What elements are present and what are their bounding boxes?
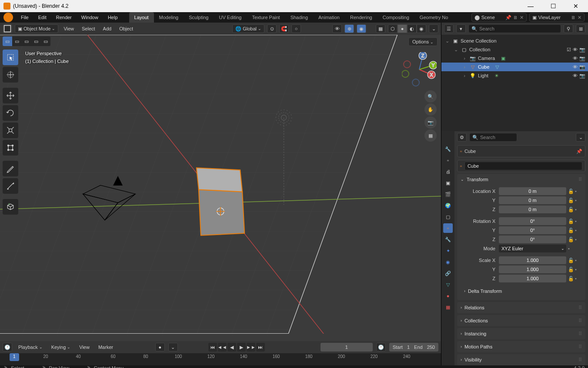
timeline-keying[interactable]: Keying ⌄ (49, 343, 74, 351)
outliner-item-cube[interactable]: › ▽ Cube ▽ 👁📷 (441, 63, 588, 71)
panel-header[interactable]: ›Visibility⠿ (457, 354, 585, 365)
menu-view[interactable]: View (61, 24, 77, 33)
mesh-data-icon[interactable]: ▽ (495, 64, 499, 70)
tab-tool[interactable]: 🔧 (443, 144, 453, 154)
viewport-3d[interactable]: ▭ ▭ ▭ ▭ ▭ + User Perspective (1) Collect… (0, 35, 441, 341)
tab-collection[interactable]: ▢ (443, 212, 453, 222)
drag-icon[interactable]: ⠿ (578, 344, 582, 350)
viewlayer-selector[interactable]: ▣ ViewLayer 🗎 ✕ (529, 13, 585, 22)
lock-icon[interactable]: 🔓 (568, 258, 574, 263)
scene-selector[interactable]: ⬤ Scene 📌 🗎 ✕ (471, 13, 527, 22)
eye-icon[interactable]: 👁 (573, 47, 578, 53)
rotation-z[interactable]: 0° (499, 235, 566, 243)
eye-icon[interactable]: 👁 (573, 56, 578, 61)
rotation-y[interactable]: 0° (499, 226, 566, 234)
eye-icon[interactable]: 👁 (573, 73, 578, 79)
tab-scene[interactable]: 🎬 (443, 189, 453, 199)
workspace-animation[interactable]: Animation (313, 12, 345, 23)
props-search[interactable]: 🔍 Search (469, 133, 517, 142)
proportional-edit[interactable]: ○ (291, 24, 301, 33)
menu-edit[interactable]: Edit (34, 13, 51, 22)
blender-icon[interactable] (3, 13, 13, 22)
chevron-right-icon[interactable]: › (461, 64, 468, 70)
tab-world[interactable]: 🌍 (443, 201, 453, 210)
autokey-toggle[interactable]: ● (155, 343, 165, 351)
new-scene-icon[interactable]: 🗎 (513, 15, 518, 20)
panel-header-transform[interactable]: ⌄ Transform ⠿ (457, 174, 585, 185)
lock-icon[interactable]: 🔓 (568, 198, 574, 203)
props-editor-type[interactable]: ⚙ (457, 133, 467, 142)
overlay-toggle[interactable]: ◉ (357, 24, 366, 33)
workspace-geometry[interactable]: Geometry No (414, 12, 453, 23)
scale-y[interactable]: 1.000 (499, 265, 566, 273)
drag-icon[interactable]: ⠿ (578, 331, 582, 337)
workspace-compositing[interactable]: Compositing (378, 12, 414, 23)
new-viewlayer-icon[interactable]: 🗎 (571, 15, 576, 20)
end-frame[interactable]: 250 (427, 343, 435, 351)
tool-transform[interactable] (3, 140, 18, 156)
timeline-playback[interactable]: Playback ⌄ (16, 343, 45, 351)
lock-icon[interactable]: 🔓 (568, 276, 574, 282)
outliner-item-camera[interactable]: › 📷 Camera ▣ 👁📷 (441, 54, 588, 63)
keyframe-prev-icon[interactable]: ◄◄ (218, 343, 227, 351)
outliner-display-mode[interactable]: ☰ (444, 24, 454, 33)
lock-icon[interactable]: 🔓 (568, 189, 574, 194)
minimize-button[interactable]: — (522, 0, 539, 12)
frame-lock-icon[interactable]: 🕐 (376, 343, 386, 351)
menu-file[interactable]: File (17, 13, 33, 22)
new-collection-icon[interactable]: ⊞ (576, 24, 585, 33)
timeline-track[interactable]: 1 20 40 60 80 100 120 140 160 180 200 22… (0, 353, 441, 365)
gizmo-toggle[interactable]: ⊕ (344, 24, 354, 33)
tab-viewlayer[interactable]: ▣ (443, 178, 453, 188)
pan-icon[interactable]: ✋ (424, 103, 437, 116)
menu-render[interactable]: Render (52, 13, 76, 22)
object-name-input[interactable] (464, 162, 582, 170)
rotation-x[interactable]: 0° (499, 217, 566, 225)
lock-icon[interactable]: 🔓 (568, 228, 574, 233)
timeline-view[interactable]: View (77, 343, 92, 351)
camera-view-icon[interactable]: 📷 (424, 116, 437, 129)
panel-header[interactable]: ›Relations⠿ (457, 302, 585, 313)
outliner-item-light[interactable]: › 💡 Light ☀ 👁📷 (441, 71, 588, 80)
render-icon[interactable]: 📷 (579, 47, 585, 53)
visibility-dropdown[interactable]: 👁 (332, 24, 342, 33)
workspace-rendering[interactable]: Rendering (345, 12, 378, 23)
workspace-layout[interactable]: Layout (129, 12, 154, 23)
location-z[interactable]: 0 m (499, 206, 566, 213)
menu-object[interactable]: Object (117, 24, 136, 33)
play-reverse-icon[interactable]: ◀ (227, 343, 236, 351)
menu-select[interactable]: Select (79, 24, 98, 33)
workspace-sculpting[interactable]: Sculpting (184, 12, 214, 23)
props-options[interactable]: ⌄ (576, 133, 585, 142)
tool-rotate[interactable] (3, 105, 18, 121)
navigation-gizmo[interactable]: X Y Z (402, 52, 437, 87)
tab-constraints[interactable]: 🔗 (443, 269, 453, 278)
menu-help[interactable]: Help (104, 13, 122, 22)
jump-end-icon[interactable]: ⏭ (256, 343, 265, 351)
light-data-icon[interactable]: ☀ (494, 73, 499, 79)
shading-wireframe[interactable]: ⬡ (388, 24, 398, 33)
panel-delta-transform[interactable]: ›Delta Transform (461, 285, 582, 297)
zoom-icon[interactable]: 🔍 (424, 90, 437, 103)
play-icon[interactable]: ▶ (237, 343, 246, 351)
tab-output[interactable]: 🖨 (443, 167, 453, 176)
select-new[interactable]: ▭ (3, 36, 12, 46)
select-intersect[interactable]: ▭ (41, 36, 50, 46)
delete-scene-icon[interactable]: ✕ (520, 15, 524, 20)
timeline-marker[interactable]: Marker (96, 343, 116, 351)
outliner-collection[interactable]: ⌄ ▢ Collection ☑ 👁 📷 (441, 45, 588, 54)
camera-data-icon[interactable]: ▣ (501, 56, 505, 61)
select-invert[interactable]: ▭ (31, 36, 41, 46)
drag-icon[interactable]: ⠿ (578, 177, 582, 182)
outliner-view-dropdown[interactable]: ▾ (456, 24, 466, 33)
tab-render[interactable]: ▫ (443, 156, 453, 165)
shading-rendered[interactable]: ◉ (417, 24, 426, 33)
drag-icon[interactable]: ⠿ (578, 318, 582, 324)
select-extend[interactable]: ▭ (12, 36, 22, 46)
delete-viewlayer-icon[interactable]: ✕ (578, 15, 581, 20)
rotation-mode[interactable]: XYZ Euler ⌄ (499, 245, 566, 252)
playhead[interactable]: 1 (10, 353, 19, 361)
panel-header[interactable]: ›Motion Paths⠿ (457, 341, 585, 352)
workspace-shading[interactable]: Shading (285, 12, 313, 23)
tab-particles[interactable]: ✦ (443, 246, 453, 255)
